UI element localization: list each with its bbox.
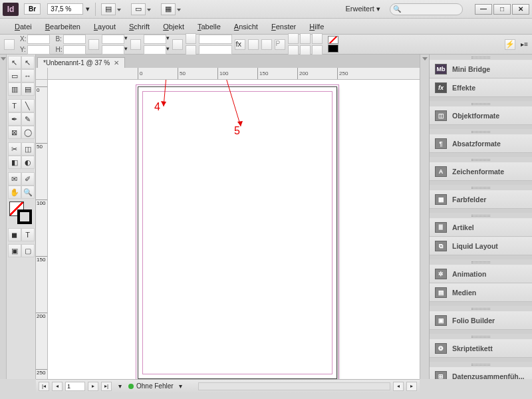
content-placer-tool[interactable]: ▤ [21,82,35,96]
ellipse-tool[interactable]: ◯ [21,126,35,139]
line-tool[interactable]: ╲ [21,99,35,112]
panel-zeichenformate[interactable]: AZeichenformate [430,162,532,181]
link-scale-icon[interactable] [130,39,141,50]
panel-datenzusammen[interactable]: ⊞Datenzusammenfüh... [430,367,532,379]
bridge-button[interactable]: Br [24,3,41,15]
panel-medien[interactable]: ▤Medien [430,283,532,302]
rectangle-frame-tool[interactable]: ⊠ [8,126,21,139]
prev-page-button[interactable]: ◂ [52,382,63,391]
free-transform-tool[interactable]: ◫ [21,142,35,156]
ref-point-icon[interactable] [4,39,15,50]
selection-tool[interactable]: ↖ [8,56,21,69]
menu-bearbeiten[interactable]: Bearbeiten [39,21,87,33]
menu-datei[interactable]: Datei [8,21,39,33]
ruler-origin[interactable] [36,68,48,80]
pen-tool[interactable]: ✒ [8,112,21,126]
control-menu-icon[interactable]: ▸≡ [521,41,528,48]
align-1-icon[interactable] [288,33,299,44]
document-tab[interactable]: *Unbenannt-1 @ 37 % ✕ [37,57,125,68]
zoom-input[interactable] [47,3,83,15]
quick-apply-icon[interactable]: ⚡ [505,39,515,50]
panel-animation[interactable]: ✲Animation [430,265,532,283]
stroke-weight-input[interactable] [199,35,232,44]
maximize-button[interactable]: □ [493,4,511,15]
menu-layout[interactable]: Layout [87,21,122,33]
close-button[interactable]: ✕ [512,4,529,15]
first-page-button[interactable]: |◂ [39,382,49,391]
panel-farbfelder[interactable]: ▦Farbfelder [430,190,532,209]
scroll-right-button[interactable]: ▸ [406,382,417,391]
constrain-icon[interactable] [88,39,99,50]
stroke-swatch[interactable] [328,45,338,53]
gradient-feather-tool[interactable]: ◐ [21,156,35,169]
placeholder-icon[interactable]: P [275,39,285,50]
workspace-switcher[interactable]: Erweitert ▾ [342,3,384,15]
w-input[interactable] [63,35,86,44]
pencil-tool[interactable]: ✎ [21,112,35,126]
panel-mini-bridge[interactable]: MbMini Bridge [430,60,532,78]
arrange-docs-icon[interactable]: ▦ [161,3,176,15]
script-label-icon: ❂ [435,343,447,354]
rotate-input[interactable] [144,35,166,44]
vertical-ruler[interactable]: 0 50 100 150 200 250 [36,80,48,379]
scale-x-input[interactable] [102,35,124,44]
panel-folio-builder[interactable]: ▣Folio Builder [430,311,532,330]
left-collapse-strip[interactable] [0,55,7,379]
corner-icon[interactable] [261,39,272,50]
right-collapse-strip[interactable] [420,55,429,379]
fill-stroke-proxy[interactable] [9,201,33,225]
panel-liquid-layout[interactable]: ⧉Liquid Layout [430,237,532,255]
page-number-input[interactable] [65,382,85,391]
search-input[interactable]: 🔍 [390,3,463,15]
menu-fenster[interactable]: Fenster [265,21,303,33]
scissors-tool[interactable]: ✂ [8,142,21,156]
direct-selection-tool[interactable]: ↖ [21,56,35,69]
panel-artikel[interactable]: ≣Artikel [430,218,532,237]
type-tool[interactable]: T [8,99,21,112]
close-tab-icon[interactable]: ✕ [114,59,119,66]
eyedropper-tool[interactable]: ✐ [21,172,35,186]
note-tool[interactable]: ✉ [8,172,21,186]
horizontal-ruler[interactable]: 0 50 100 150 200 250 [48,68,420,80]
panel-effekte[interactable]: fxEffekte [430,78,532,97]
h-input[interactable] [63,45,86,55]
horizontal-scrollbar[interactable] [198,382,390,390]
shear-input[interactable] [144,45,166,55]
apply-color-icon[interactable]: ◼ [8,228,21,241]
menu-objekt[interactable]: Objekt [156,21,191,33]
panel-skriptetikett[interactable]: ❂Skriptetikett [430,339,532,358]
menu-ansicht[interactable]: Ansicht [227,21,265,33]
panel-objektformate[interactable]: ◫Objektformate [430,106,532,125]
scroll-left-button[interactable]: ◂ [393,382,404,391]
minimize-button[interactable]: — [475,4,492,15]
flip-h-icon[interactable] [172,39,183,50]
view-options-icon[interactable]: ▤ [101,3,116,15]
hand-tool[interactable]: ✋ [8,186,21,199]
menu-schrift[interactable]: Schrift [122,21,156,33]
stroke-style-input[interactable] [199,45,232,55]
next-page-button[interactable]: ▸ [88,382,98,391]
panel-absatzformate[interactable]: ¶Absatzformate [430,134,532,153]
normal-view-icon[interactable]: ▣ [8,244,21,257]
wrap-icon[interactable] [248,39,259,50]
screen-mode-icon[interactable]: ▭ [131,3,146,15]
effects-icon[interactable]: fx [235,39,245,50]
content-collector-tool[interactable]: ▥ [8,82,21,96]
fill-swatch[interactable] [328,36,338,44]
last-page-button[interactable]: ▸| [101,382,112,391]
gap-tool[interactable]: ↔ [21,69,35,82]
page-tool[interactable]: ▭ [8,69,21,82]
scale-y-input[interactable] [102,45,124,55]
menu-hilfe[interactable]: Hilfe [303,21,331,33]
y-input[interactable] [27,45,50,55]
x-input[interactable] [27,35,50,44]
apply-text-icon[interactable]: T [21,228,35,241]
rotate-cw-icon[interactable] [186,33,196,44]
align-2-icon[interactable] [300,33,311,44]
preview-view-icon[interactable]: ▢ [21,244,35,257]
menu-tabelle[interactable]: Tabelle [191,21,227,33]
gradient-swatch-tool[interactable]: ◧ [8,156,21,169]
align-3-icon[interactable] [312,33,323,44]
zoom-tool[interactable]: 🔍 [21,186,35,199]
canvas[interactable]: 4 5 [48,80,420,379]
